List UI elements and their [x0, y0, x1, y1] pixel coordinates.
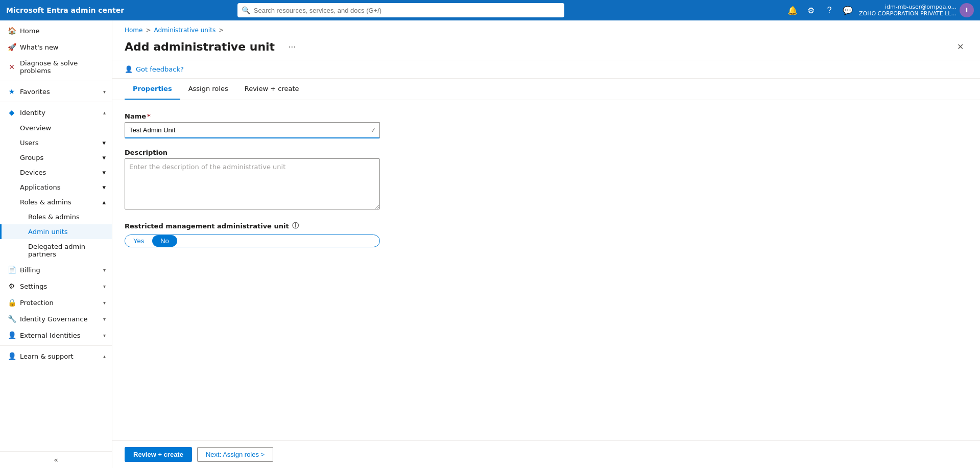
sidebar-item-settings[interactable]: ⚙ Settings ▾ — [0, 278, 112, 294]
divider-3 — [0, 345, 112, 346]
required-star: * — [147, 112, 151, 120]
sidebar-item-billing[interactable]: 📄 Billing ▾ — [0, 262, 112, 278]
chevron-down-icon: ▾ — [103, 267, 106, 273]
chevron-up-icon: ▴ — [103, 354, 106, 359]
tab-assign-roles[interactable]: Assign roles — [180, 79, 236, 100]
sidebar-item-diagnose[interactable]: ✕ Diagnose & solve problems — [0, 55, 112, 79]
form-area: Name* ✓ Description Restricted managemen… — [112, 100, 980, 440]
close-button[interactable]: ✕ — [953, 40, 968, 54]
user-name: idm-mb-user@ompqa.o... — [859, 4, 957, 10]
page-header: Add administrative unit ··· ✕ — [112, 36, 980, 60]
sidebar-item-label: Devices — [20, 169, 46, 176]
topbar-actions: 🔔 ⚙ ? 💬 idm-mb-user@ompqa.o... ZOHO CORP… — [785, 3, 974, 17]
description-label: Description — [125, 149, 380, 156]
sidebar-item-identity[interactable]: ◆ Identity ▴ — [0, 104, 112, 121]
sidebar-item-admin-units[interactable]: Admin units — [0, 224, 112, 239]
toggle-yes-button[interactable]: Yes — [125, 235, 152, 247]
sidebar-item-label: Identity Governance — [20, 315, 99, 323]
billing-icon: 📄 — [8, 266, 16, 274]
feedback-icon[interactable]: 💬 — [841, 3, 855, 17]
sidebar-item-groups[interactable]: Groups ▾ — [0, 150, 112, 165]
chevron-down-icon: ▾ — [103, 284, 106, 289]
sidebar-item-identity-governance[interactable]: 🔧 Identity Governance ▾ — [0, 311, 112, 327]
brand-name: Microsoft Entra admin center — [6, 6, 124, 14]
sidebar-item-label: External Identities — [20, 332, 99, 339]
sidebar-item-devices[interactable]: Devices ▾ — [0, 165, 112, 180]
sidebar-item-external-identities[interactable]: 👤 External Identities ▾ — [0, 327, 112, 343]
restricted-label-row: Restricted management administrative uni… — [125, 221, 380, 230]
toggle-btn-group: Yes No — [125, 235, 380, 247]
sidebar-item-roles-admins[interactable]: Roles & admins ▴ — [0, 195, 112, 209]
review-create-button[interactable]: Review + create — [125, 447, 192, 462]
chevron-up-icon: ▴ — [103, 110, 106, 115]
restricted-form-group: Restricted management administrative uni… — [125, 221, 380, 247]
breadcrumb-home[interactable]: Home — [125, 27, 142, 34]
help-icon[interactable]: ? — [822, 3, 836, 17]
name-form-group: Name* ✓ — [125, 112, 380, 138]
avatar: I — [960, 3, 974, 17]
divider-1 — [0, 81, 112, 81]
tab-review-create[interactable]: Review + create — [236, 79, 307, 100]
feedback-person-icon: 👤 — [125, 65, 133, 73]
description-textarea[interactable] — [125, 158, 380, 209]
chevron-up-icon: ▴ — [102, 198, 106, 206]
sidebar-item-label: What's new — [20, 43, 106, 51]
divider-2 — [0, 102, 112, 102]
content-area: Home > Administrative units > Add admini… — [112, 20, 980, 468]
protection-icon: 🔒 — [8, 298, 16, 307]
sidebar-item-home[interactable]: 🏠 Home — [0, 22, 112, 39]
feedback-label: Got feedback? — [136, 65, 184, 73]
sidebar-item-label: Users — [20, 139, 38, 147]
page-title: Add administrative unit — [125, 40, 275, 53]
user-menu[interactable]: idm-mb-user@ompqa.o... ZOHO CORPORATION … — [859, 3, 974, 17]
notifications-icon[interactable]: 🔔 — [785, 3, 800, 17]
name-label: Name* — [125, 112, 380, 120]
page-header-actions: ··· — [285, 40, 299, 53]
main-layout: 🏠 Home 🚀 What's new ✕ Diagnose & solve p… — [0, 20, 980, 468]
sidebar-item-label: Applications — [20, 183, 60, 191]
close-icon: ✕ — [957, 42, 964, 51]
settings-icon: ⚙ — [8, 282, 16, 290]
sidebar-item-favorites[interactable]: ★ Favorites ▾ — [0, 83, 112, 100]
search-input[interactable] — [237, 3, 564, 17]
sidebar-item-users[interactable]: Users ▾ — [0, 135, 112, 150]
sidebar-item-label: Overview — [20, 124, 51, 132]
tabs: Properties Assign roles Review + create — [112, 79, 980, 100]
sidebar-item-label: Protection — [20, 299, 99, 307]
restricted-label: Restricted management administrative uni… — [125, 222, 289, 230]
sidebar-item-label: Favorites — [20, 88, 99, 96]
next-assign-roles-button[interactable]: Next: Assign roles > — [197, 447, 273, 462]
topbar: Microsoft Entra admin center 🔍 🔔 ⚙ ? 💬 i… — [0, 0, 980, 20]
sidebar-item-learn-support[interactable]: 👤 Learn & support ▴ — [0, 348, 112, 364]
identity-icon: ◆ — [8, 108, 16, 116]
diagnose-icon: ✕ — [8, 63, 16, 71]
chevron-down-icon: ▾ — [103, 333, 106, 338]
clear-icon[interactable]: ✓ — [371, 127, 376, 134]
breadcrumb: Home > Administrative units > — [112, 20, 980, 36]
settings-icon[interactable]: ⚙ — [804, 3, 818, 17]
sidebar-nav: 🏠 Home 🚀 What's new ✕ Diagnose & solve p… — [0, 20, 112, 451]
sidebar-item-label: Diagnose & solve problems — [20, 59, 106, 75]
bottom-bar: Review + create Next: Assign roles > — [112, 440, 980, 468]
breadcrumb-admin-units[interactable]: Administrative units — [154, 27, 216, 34]
page-menu-button[interactable]: ··· — [285, 40, 299, 53]
feedback-row[interactable]: 👤 Got feedback? — [112, 60, 980, 79]
whats-new-icon: 🚀 — [8, 43, 16, 51]
tab-properties[interactable]: Properties — [125, 79, 180, 100]
search-icon: 🔍 — [242, 6, 250, 14]
search-container: 🔍 — [237, 3, 564, 17]
sidebar-item-label: Home — [20, 27, 106, 35]
sidebar-collapse-button[interactable]: « — [0, 451, 112, 468]
sidebar-item-delegated[interactable]: Delegated admin partners — [0, 239, 112, 262]
sidebar-item-overview[interactable]: Overview — [0, 121, 112, 135]
learn-support-icon: 👤 — [8, 352, 16, 360]
sidebar-item-roles-sub[interactable]: Roles & admins — [0, 209, 112, 224]
sidebar-item-applications[interactable]: Applications ▾ — [0, 180, 112, 195]
sidebar-item-label: Roles & admins — [20, 198, 71, 206]
sidebar-item-protection[interactable]: 🔒 Protection ▾ — [0, 294, 112, 311]
toggle-no-button[interactable]: No — [152, 235, 177, 247]
sidebar-item-label: Admin units — [28, 228, 68, 236]
sidebar-item-whats-new[interactable]: 🚀 What's new — [0, 39, 112, 55]
info-icon[interactable]: ⓘ — [292, 221, 299, 230]
name-input[interactable] — [125, 122, 380, 138]
